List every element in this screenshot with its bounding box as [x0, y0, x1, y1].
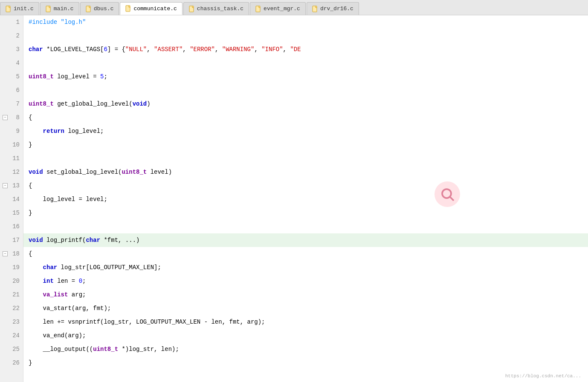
token-kw: void — [29, 237, 43, 244]
token-str: "INFO" — [261, 46, 283, 53]
token-plain: arg; — [68, 291, 86, 298]
token-plain: ; — [104, 73, 107, 80]
token-plain: set_global_log_level( — [43, 169, 122, 175]
file-icon — [125, 5, 131, 12]
token-str: "WARNING" — [222, 46, 255, 53]
code-line-20: int len = 0; — [23, 274, 588, 288]
token-kw: char — [86, 237, 100, 244]
token-plain: len = — [54, 278, 79, 284]
line-number-6: 6 — [0, 83, 23, 97]
code-line-23: len += vsnprintf(log_str, LOG_OUTPUT_MAX… — [23, 315, 588, 329]
line-number-10: 10 — [0, 138, 23, 152]
code-line-7: uint8_t get_global_log_level(void) — [23, 97, 588, 111]
line-num-text: 19 — [12, 264, 20, 271]
code-line-18: { — [23, 247, 588, 261]
line-number-1: 1 — [0, 15, 23, 29]
token-plain: len += vsnprintf(log_str, LOG_OUTPUT_MAX… — [29, 319, 265, 325]
line-number-19: 19 — [0, 261, 23, 274]
token-kw: return — [43, 128, 64, 135]
line-num-text: 21 — [12, 291, 20, 298]
token-plain — [29, 128, 43, 135]
line-number-7: 7 — [0, 97, 23, 111]
line-num-text: 18 — [12, 250, 20, 257]
fold-button-18[interactable]: − — [3, 251, 8, 256]
line-number-8: −8 — [0, 111, 23, 124]
line-number-11: 11 — [0, 152, 23, 165]
file-icon — [86, 6, 92, 12]
tab-event_mgr[interactable]: event_mgr.c — [250, 2, 306, 15]
token-kw2: va_list — [43, 291, 68, 298]
code-line-21: va_list arg; — [23, 288, 588, 302]
token-plain: va_end(arg); — [29, 332, 86, 339]
line-num-text: 17 — [12, 237, 20, 244]
tab-label: event_mgr.c — [264, 6, 300, 12]
line-number-5: 5 — [0, 70, 23, 83]
token-plain — [29, 264, 43, 271]
tab-label: communicate.c — [133, 6, 177, 12]
token-plain: *fmt, ...) — [100, 237, 139, 244]
line-num-text: 22 — [12, 305, 20, 312]
token-kw: void — [29, 169, 43, 175]
token-kw: int — [43, 278, 54, 284]
token-plain: log_printf( — [43, 237, 86, 244]
token-kw2: uint8_t — [93, 346, 118, 353]
line-num-text: 3 — [16, 46, 20, 53]
token-plain: { — [29, 250, 32, 257]
token-kw: char — [43, 264, 58, 271]
fold-button-13[interactable]: − — [3, 183, 8, 188]
line-number-3: 3 — [0, 43, 23, 56]
token-plain: level) — [147, 169, 172, 175]
code-line-24: va_end(arg); — [23, 329, 588, 342]
fold-button-8[interactable]: − — [3, 115, 8, 120]
token-num: 5 — [100, 73, 104, 80]
token-num: 0 — [79, 278, 82, 284]
token-plain: , — [182, 46, 190, 53]
code-line-17: void log_printf(char *fmt, ...) — [23, 233, 588, 247]
tab-main[interactable]: main.c — [40, 2, 79, 15]
line-num-text: 4 — [16, 60, 20, 66]
token-str: "ASSERT" — [154, 46, 182, 53]
tab-chassis_task[interactable]: chassis_task.c — [183, 2, 249, 15]
code-line-3: char *LOG_LEVEL_TAGS[6] = {"NULL", "ASSE… — [23, 43, 588, 56]
line-number-13: −13 — [0, 179, 23, 192]
token-str: "NULL" — [125, 46, 147, 53]
token-plain: log_level = level; — [29, 196, 107, 203]
line-number-4: 4 — [0, 56, 23, 70]
line-num-text: 15 — [12, 210, 20, 216]
token-plain: , — [215, 46, 222, 53]
line-number-14: 14 — [0, 192, 23, 206]
tab-dbus[interactable]: dbus.c — [80, 2, 119, 15]
code-line-26: } — [23, 356, 588, 370]
token-plain: ] = { — [107, 46, 125, 53]
tab-communicate[interactable]: communicate.c — [120, 2, 182, 15]
line-num-text: 11 — [12, 155, 20, 162]
svg-line-8 — [450, 197, 454, 201]
code-line-25: __log_output((uint8_t *)log_str, len); — [23, 342, 588, 356]
line-number-25: 25 — [0, 342, 23, 356]
code-line-13: { — [23, 179, 588, 192]
code-line-1: #include "log.h" — [23, 15, 588, 29]
file-icon — [189, 6, 195, 12]
token-plain: { — [29, 182, 32, 189]
token-plain: } — [29, 141, 32, 148]
code-line-4 — [23, 56, 588, 70]
line-numbers: 1234567−89101112−1314151617−181920212223… — [0, 15, 23, 382]
tab-drv_dr16[interactable]: drv_dr16.c — [307, 2, 359, 15]
token-plain: , — [283, 46, 290, 53]
line-num-text: 20 — [12, 278, 20, 284]
file-icon — [6, 6, 12, 12]
token-pp: #include "log.h" — [29, 19, 86, 26]
tab-init[interactable]: init.c — [0, 2, 39, 15]
file-icon — [255, 6, 261, 12]
watermark: https://blog.csdn.net/ca... — [505, 373, 581, 379]
line-number-22: 22 — [0, 302, 23, 315]
code-line-19: char log_str[LOG_OUTPUT_MAX_LEN]; — [23, 261, 588, 274]
token-plain: { — [29, 114, 32, 121]
svg-point-7 — [442, 189, 451, 198]
line-num-text: 12 — [12, 169, 20, 175]
code-line-9: return log_level; — [23, 124, 588, 138]
code-content[interactable]: #include "log.h"char *LOG_LEVEL_TAGS[6] … — [23, 15, 588, 382]
line-number-21: 21 — [0, 288, 23, 302]
code-line-8: { — [23, 111, 588, 124]
line-number-24: 24 — [0, 329, 23, 342]
